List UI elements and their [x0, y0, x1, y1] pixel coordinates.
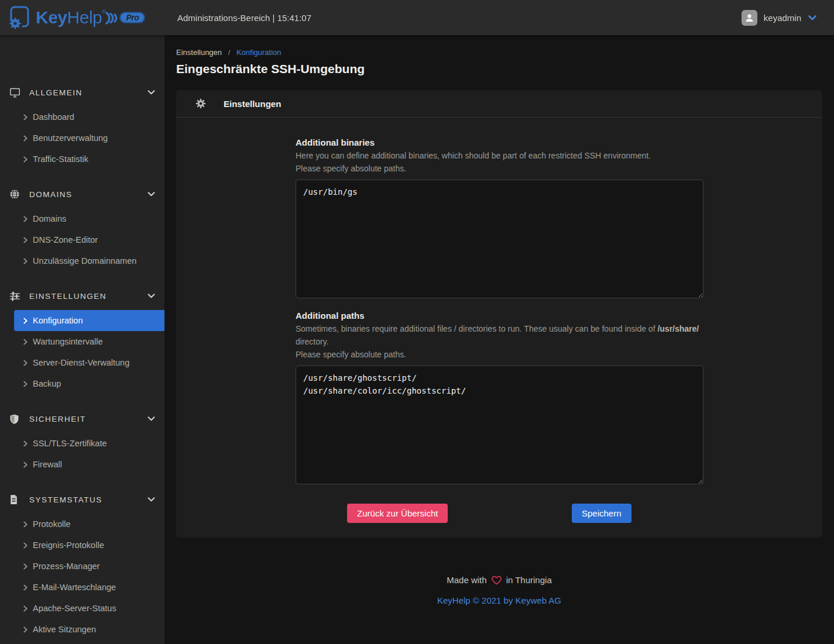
sidebar-section-label: SYSTEMSTATUS [29, 495, 147, 504]
chevron-right-icon [23, 440, 28, 447]
panel-header: Einstellungen [176, 90, 822, 118]
sidebar-section-allgemein: ALLGEMEINDashboardBenutzerverwaltungTraf… [0, 81, 164, 174]
sidebar-item-label: Apache-Server-Status [33, 604, 116, 613]
sidebar-item-konfiguration[interactable]: Konfiguration [14, 310, 164, 331]
shield-icon [9, 414, 22, 425]
logo-waves-icon [105, 10, 118, 26]
additional-binaries-textarea[interactable]: /usr/bin/gs [296, 180, 703, 298]
sidebar-item-label: Server-Dienst-Verwaltung [33, 358, 129, 367]
additional-binaries-group: Additional binaries Here you can define … [296, 136, 703, 298]
chevron-down-icon [147, 497, 155, 502]
sidebar-section-label: DOMAINS [29, 190, 147, 199]
sidebar-item-label: Firewall [33, 460, 62, 469]
sidebar-item-aktive-sitzungen[interactable]: Aktive Sitzungen [0, 619, 164, 640]
sidebar-item-wartungsintervalle[interactable]: Wartungsintervalle [0, 331, 164, 352]
settings-panel: Einstellungen Additional binaries Here y… [176, 90, 822, 538]
page-footer: Made with in Thuringia KeyHelp © 2021 by… [176, 575, 822, 605]
sidebar-section-sicherheit: SICHERHEITSSL/TLS-ZertifikateFirewall [0, 407, 164, 480]
additional-paths-label: Additional paths [296, 309, 703, 322]
sidebar-item-benutzerverwaltung[interactable]: Benutzerverwaltung [0, 128, 164, 149]
chevron-down-icon [147, 90, 155, 95]
keyhelp-wordmark: KeyHelp® Pro [36, 8, 145, 27]
sidebar-section-header-domains[interactable]: DOMAINS [0, 182, 164, 206]
chevron-right-icon [23, 626, 28, 633]
chevron-right-icon [23, 605, 28, 612]
back-to-overview-button[interactable]: Zurück zur Übersicht [347, 504, 448, 523]
sidebar-item-label: Aktive Sitzungen [33, 625, 96, 634]
sidebar-item-ssl-tls-zertifikate[interactable]: SSL/TLS-Zertifikate [0, 433, 164, 454]
user-menu[interactable]: keyadmin [742, 10, 816, 26]
sidebar-section-header-einstellungen[interactable]: EINSTELLUNGEN [0, 284, 164, 308]
sidebar-item-server-dienst-verwaltung[interactable]: Server-Dienst-Verwaltung [0, 352, 164, 373]
chevron-right-icon [23, 360, 28, 366]
sidebar-item-ereignis-protokolle[interactable]: Ereignis-Protokolle [0, 535, 164, 556]
sidebar-item-traffic-statistik[interactable]: Traffic-Statistik [0, 149, 164, 170]
chevron-right-icon [23, 135, 28, 142]
chevron-right-icon [23, 462, 28, 468]
sidebar-item-label: E-Mail-Warteschlange [33, 583, 116, 592]
sidebar-section-label: SICHERHEIT [29, 415, 147, 423]
form-actions: Zurück zur Übersicht Speichern [296, 504, 703, 523]
additional-paths-textarea[interactable]: /usr/share/ghostscript/ /usr/share/color… [296, 366, 703, 484]
chevron-right-icon [23, 563, 28, 570]
sidebar-section-header-systemstatus[interactable]: SYSTEMSTATUS [0, 488, 164, 511]
main-content: Einstellungen / Konfiguration Eingeschrä… [164, 0, 834, 605]
pro-badge: Pro [119, 12, 145, 23]
sidebar-item-dns-zone-editor[interactable]: DNS-Zone-Editor [0, 229, 164, 250]
sidebar-item-prozess-manager[interactable]: Prozess-Manager [0, 556, 164, 577]
sidebar-item-label: Unzulässige Domainnamen [33, 256, 136, 266]
sidebar-item-label: Ereignis-Protokolle [33, 540, 104, 550]
chevron-right-icon [23, 339, 28, 345]
sidebar-item-protokolle[interactable]: Protokolle [0, 514, 164, 535]
additional-paths-group: Additional paths Sometimes, binaries req… [296, 309, 703, 484]
breadcrumb-current-link[interactable]: Konfiguration [236, 48, 282, 57]
sidebar-section-header-sicherheit[interactable]: SICHERHEIT [0, 407, 164, 431]
monitor-icon [9, 88, 22, 98]
keyhelp-logo-icon [8, 5, 31, 30]
chevron-down-icon [147, 192, 155, 197]
chevron-right-icon [23, 216, 28, 222]
chevron-right-icon [23, 521, 28, 528]
sidebar-item-dashboard[interactable]: Dashboard [0, 106, 164, 128]
chevron-right-icon [23, 381, 28, 387]
keyhelp-logo[interactable]: KeyHelp® Pro [0, 5, 164, 30]
admin-area-title: Administrations-Bereich | 15:41:07 [164, 13, 742, 23]
additional-binaries-help-2: Please specify absolute paths. [296, 162, 703, 175]
additional-binaries-label: Additional binaries [296, 136, 703, 149]
gear-icon [195, 98, 206, 109]
chevron-right-icon [23, 156, 28, 163]
keyweb-copyright-link[interactable]: KeyHelp © 2021 by Keyweb AG [176, 595, 822, 605]
chevron-right-icon [23, 258, 28, 264]
additional-paths-help-2: Please specify absolute paths. [296, 348, 703, 361]
sidebar-section-einstellungen: EINSTELLUNGENKonfigurationWartungsinterv… [0, 284, 164, 399]
sidebar-section-domains: DOMAINSDomainsDNS-Zone-EditorUnzulässige… [0, 182, 164, 276]
sidebar-section-header-allgemein[interactable]: ALLGEMEIN [0, 81, 164, 104]
sidebar-item-apache-server-status[interactable]: Apache-Server-Status [0, 598, 164, 619]
page-title: Eingeschränkte SSH-Umgebung [176, 62, 822, 76]
chevron-right-icon [23, 542, 28, 549]
additional-binaries-help-1: Here you can define additional binaries,… [296, 149, 703, 162]
sidebar-item-label: Prozess-Manager [33, 562, 99, 571]
sidebar-item-e-mail-warteschlange[interactable]: E-Mail-Warteschlange [0, 577, 164, 598]
sidebar-item-label: Wartungsintervalle [33, 337, 103, 346]
sidebar-item-festplatten-übersicht[interactable]: Festplatten-Übersicht [0, 640, 164, 644]
sidebar-item-domains[interactable]: Domains [0, 208, 164, 229]
sidebar-item-backup[interactable]: Backup [0, 373, 164, 394]
file-icon [9, 494, 22, 505]
chevron-down-icon [808, 15, 816, 20]
save-button[interactable]: Speichern [572, 504, 631, 523]
chevron-down-icon [147, 294, 155, 298]
sidebar-section-systemstatus: SYSTEMSTATUSProtokolleEreignis-Protokoll… [0, 488, 164, 644]
sidebar-item-firewall[interactable]: Firewall [0, 454, 164, 475]
panel-body: Additional binaries Here you can define … [176, 118, 822, 538]
sidebar-item-unzulässige-domainnamen[interactable]: Unzulässige Domainnamen [0, 250, 164, 271]
sidebar-item-label: Domains [33, 214, 66, 223]
panel-title: Einstellungen [224, 99, 281, 109]
sidebar-item-label: Konfiguration [33, 316, 83, 325]
usr-share-path: /usr/share/ [657, 324, 699, 333]
breadcrumb-separator: / [228, 48, 231, 57]
chevron-down-icon [147, 416, 155, 421]
sidebar-item-label: DNS-Zone-Editor [33, 235, 98, 244]
sidebar-section-label: EINSTELLUNGEN [29, 292, 147, 301]
user-avatar-icon [742, 10, 757, 26]
